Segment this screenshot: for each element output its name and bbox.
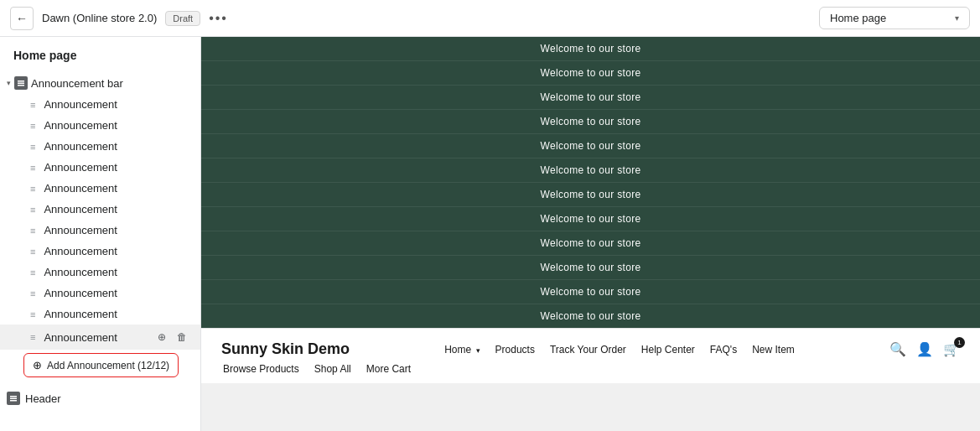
list-item[interactable]: ≡ Announcement bbox=[0, 136, 200, 157]
dropdown-arrow-icon: ▾ bbox=[955, 13, 959, 23]
topbar-title: Dawn (Online store 2.0) bbox=[42, 12, 157, 24]
store-header-preview: Sunny Skin Demo Home ▾ Products Track Yo… bbox=[201, 328, 980, 383]
nav-item-home[interactable]: Home ▾ bbox=[444, 344, 480, 356]
preview-area: Welcome to our store Welcome to our stor… bbox=[201, 37, 980, 431]
chevron-down-icon: ▾ bbox=[7, 79, 11, 87]
drag-icon: ≡ bbox=[30, 205, 35, 215]
item-label: Announcement bbox=[44, 182, 117, 195]
announcement-text: Welcome to our store bbox=[541, 237, 641, 249]
account-icon[interactable]: 👤 bbox=[916, 341, 933, 357]
item-label: Announcement bbox=[44, 119, 117, 132]
item-label: Announcement bbox=[44, 203, 117, 216]
nav-item-help-center[interactable]: Help Center bbox=[641, 344, 695, 356]
list-item[interactable]: ≡ Announcement bbox=[0, 178, 200, 199]
announcement-text: Welcome to our store bbox=[541, 164, 641, 176]
item-label: Announcement bbox=[44, 287, 117, 299]
add-announcement-button[interactable]: ⊕ Add Announcement (12/12) bbox=[23, 353, 179, 377]
drag-icon: ≡ bbox=[30, 163, 35, 173]
svg-rect-3 bbox=[10, 396, 17, 397]
announcement-row: Welcome to our store bbox=[201, 61, 980, 86]
announcement-row: Welcome to our store bbox=[201, 37, 980, 61]
drag-icon: ≡ bbox=[30, 267, 35, 278]
item-label: Announcement bbox=[44, 140, 117, 153]
announcement-text: Welcome to our store bbox=[541, 43, 641, 55]
list-item[interactable]: ≡ Announcement bbox=[0, 220, 200, 241]
header-section: Header bbox=[0, 384, 200, 413]
announcement-bar-preview: Welcome to our store Welcome to our stor… bbox=[201, 37, 980, 328]
svg-rect-1 bbox=[18, 83, 24, 85]
announcement-text: Welcome to our store bbox=[541, 286, 641, 298]
drag-icon: ≡ bbox=[30, 332, 35, 342]
item-label: Announcement bbox=[44, 266, 117, 278]
announcement-text: Welcome to our store bbox=[541, 213, 641, 225]
announcement-text: Welcome to our store bbox=[541, 262, 641, 273]
list-item[interactable]: ≡ Announcement bbox=[0, 241, 200, 262]
nav-item-browse-products[interactable]: Browse Products bbox=[223, 363, 299, 375]
nav-item-track-order[interactable]: Track Your Order bbox=[550, 344, 626, 356]
store-nav-bottom: Browse Products Shop All More Cart bbox=[221, 363, 960, 375]
nav-item-products[interactable]: Products bbox=[495, 344, 535, 356]
header-section-header[interactable]: Header bbox=[0, 387, 200, 409]
list-item[interactable]: ≡ Announcement bbox=[0, 283, 200, 304]
announcement-bar-header[interactable]: ▾ Announcement bar bbox=[0, 72, 200, 94]
announcement-row: Welcome to our store bbox=[201, 280, 980, 304]
list-item[interactable]: ≡ Announcement bbox=[0, 115, 200, 136]
search-icon[interactable]: 🔍 bbox=[889, 341, 906, 357]
drag-icon: ≡ bbox=[30, 184, 35, 194]
list-item[interactable]: ≡ Announcement bbox=[0, 199, 200, 220]
announcement-items-list: ≡ Announcement ≡ Announcement ≡ Announce… bbox=[0, 94, 200, 350]
nav-item-shop-all[interactable]: Shop All bbox=[314, 363, 351, 375]
nav-dropdown-arrow-icon: ▾ bbox=[476, 346, 480, 355]
header-section-label: Header bbox=[25, 392, 61, 405]
page-selector-value: Home page bbox=[830, 12, 886, 24]
announcement-row: Welcome to our store bbox=[201, 86, 980, 110]
drag-icon: ≡ bbox=[30, 142, 35, 152]
announcement-text: Welcome to our store bbox=[541, 189, 641, 200]
add-announcement-label: Add Announcement (12/12) bbox=[47, 360, 169, 371]
main-area: Home page ▾ Announcement bar bbox=[0, 37, 980, 431]
list-item[interactable]: ≡ Announcement bbox=[0, 262, 200, 283]
store-nav-top: Home ▾ Products Track Your Order Help Ce… bbox=[444, 344, 795, 356]
svg-rect-2 bbox=[18, 85, 24, 86]
back-button[interactable]: ← bbox=[10, 7, 34, 30]
drag-icon: ≡ bbox=[30, 309, 35, 319]
item-label: Announcement bbox=[44, 308, 117, 320]
announcement-bar-section: ▾ Announcement bar ≡ Announcemen bbox=[0, 69, 200, 384]
nav-item-faq[interactable]: FAQ's bbox=[710, 344, 737, 356]
list-item-active[interactable]: ≡ Announcement ⊕ 🗑 bbox=[0, 325, 200, 350]
cart-badge: 1 bbox=[954, 337, 965, 348]
store-name: Sunny Skin Demo bbox=[221, 340, 350, 358]
list-item[interactable]: ≡ Announcement bbox=[0, 157, 200, 178]
announcement-row: Welcome to our store bbox=[201, 256, 980, 280]
cart-icon[interactable]: 🛒 1 bbox=[943, 341, 960, 357]
list-item[interactable]: ≡ Announcement bbox=[0, 304, 200, 325]
announcement-row: Welcome to our store bbox=[201, 158, 980, 183]
announcement-text: Welcome to our store bbox=[541, 67, 641, 79]
announcement-text: Welcome to our store bbox=[541, 140, 641, 152]
page-selector-dropdown[interactable]: Home page ▾ bbox=[819, 7, 970, 29]
delete-button[interactable]: 🗑 bbox=[174, 329, 190, 345]
drag-icon: ≡ bbox=[30, 288, 35, 299]
nav-item-new-item[interactable]: New Item bbox=[752, 344, 795, 356]
announcement-row: Welcome to our store bbox=[201, 207, 980, 231]
announcement-text: Welcome to our store bbox=[541, 310, 641, 322]
duplicate-button[interactable]: ⊕ bbox=[153, 329, 170, 345]
announcement-row: Welcome to our store bbox=[201, 304, 980, 328]
header-section-icon bbox=[7, 392, 20, 405]
item-label: Announcement bbox=[44, 224, 117, 236]
item-label: Announcement bbox=[44, 161, 117, 174]
drag-icon: ≡ bbox=[30, 247, 35, 257]
list-item[interactable]: ≡ Announcement bbox=[0, 94, 200, 115]
svg-rect-5 bbox=[10, 400, 17, 402]
sidebar-scroll[interactable]: ▾ Announcement bar ≡ Announcemen bbox=[0, 69, 200, 431]
sidebar: Home page ▾ Announcement bar bbox=[0, 37, 201, 431]
store-header-top: Sunny Skin Demo Home ▾ Products Track Yo… bbox=[221, 340, 960, 358]
announcement-row: Welcome to our store bbox=[201, 134, 980, 158]
item-label: Announcement bbox=[44, 98, 117, 111]
store-header-icons: 🔍 👤 🛒 1 bbox=[889, 341, 960, 357]
item-actions: ⊕ 🗑 bbox=[153, 329, 190, 345]
drag-icon: ≡ bbox=[30, 226, 35, 236]
announcement-row: Welcome to our store bbox=[201, 110, 980, 134]
nav-item-more-cart[interactable]: More Cart bbox=[366, 363, 411, 375]
more-options-button[interactable]: ••• bbox=[209, 11, 228, 26]
